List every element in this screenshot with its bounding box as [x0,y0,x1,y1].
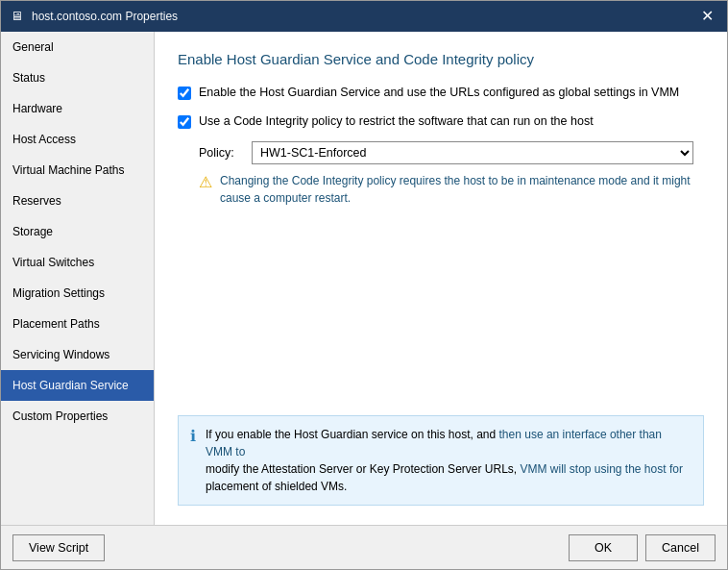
info-icon: ℹ [190,427,196,445]
footer-right: OK Cancel [569,534,716,561]
checkbox-row-2: Use a Code Integrity policy to restrict … [178,113,704,131]
ok-button[interactable]: OK [569,534,638,561]
content-area: Enable Host Guardian Service and Code In… [155,32,727,525]
content-title: Enable Host Guardian Service and Code In… [178,51,704,67]
info-text: If you enable the Host Guardian service … [206,426,692,495]
view-script-button[interactable]: View Script [12,534,105,561]
warning-icon: ⚠ [199,173,212,191]
info-text-highlight-2: VMM will stop using the host for [520,462,682,476]
sidebar-item-servicing-windows[interactable]: Servicing Windows [1,339,154,370]
title-bar-left: 🖥 host.contoso.com Properties [11,9,178,24]
sidebar-item-status[interactable]: Status [1,62,154,93]
sidebar-item-storage[interactable]: Storage [1,216,154,247]
sidebar: General Status Hardware Host Access Virt… [1,32,155,525]
checkbox-1-label: Enable the Host Guardian Service and use… [199,85,679,102]
window-title: host.contoso.com Properties [32,10,178,23]
checkbox-row-1: Enable the Host Guardian Service and use… [178,85,704,102]
dialog-footer: View Script OK Cancel [1,525,727,569]
sidebar-item-general[interactable]: General [1,32,154,62]
sidebar-item-host-guardian-service[interactable]: Host Guardian Service [1,370,154,401]
policy-label: Policy: [199,146,242,160]
policy-row: Policy: HW1-SC1-Enforced [199,141,704,164]
policy-select[interactable]: HW1-SC1-Enforced [252,141,693,164]
checkbox-code-integrity[interactable] [178,115,191,129]
sidebar-item-placement-paths[interactable]: Placement Paths [1,309,154,339]
spacer [178,222,704,415]
info-text-highlight-1: then use an interface other than VMM to [206,428,662,458]
sidebar-item-virtual-switches[interactable]: Virtual Switches [1,247,154,278]
dialog-window: 🖥 host.contoso.com Properties ✕ General … [0,0,728,570]
warning-box: ⚠ Changing the Code Integrity policy req… [199,172,704,207]
sidebar-item-virtual-machine-paths[interactable]: Virtual Machine Paths [1,155,154,186]
sidebar-item-reserves[interactable]: Reserves [1,186,154,216]
dialog-body: General Status Hardware Host Access Virt… [1,32,727,525]
sidebar-item-migration-settings[interactable]: Migration Settings [1,278,154,309]
sidebar-item-host-access[interactable]: Host Access [1,124,154,155]
close-button[interactable]: ✕ [697,9,717,24]
window-icon: 🖥 [11,9,26,24]
checkbox-2-label: Use a Code Integrity policy to restrict … [199,113,594,131]
info-box: ℹ If you enable the Host Guardian servic… [178,415,704,506]
sidebar-item-hardware[interactable]: Hardware [1,93,154,124]
footer-left: View Script [12,534,105,561]
cancel-button[interactable]: Cancel [645,534,716,561]
checkbox-enable-hgs[interactable] [178,87,191,100]
warning-text: Changing the Code Integrity policy requi… [220,172,704,207]
sidebar-item-custom-properties[interactable]: Custom Properties [1,401,154,432]
title-bar: 🖥 host.contoso.com Properties ✕ [1,1,727,32]
